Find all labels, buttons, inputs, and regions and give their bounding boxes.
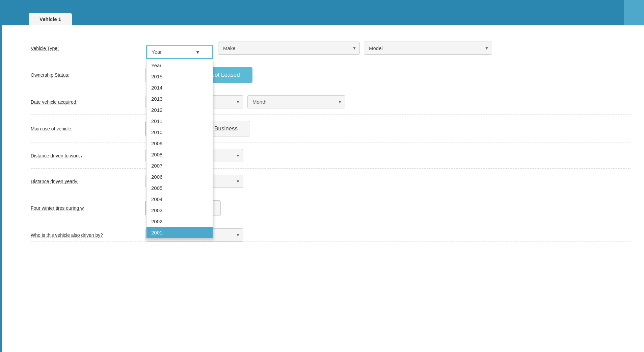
business-label: Business <box>214 125 238 132</box>
winter-tires-row: Four winter tires during w ✓ Yes No <box>31 194 630 222</box>
year-option-2011[interactable]: 2011 <box>146 116 213 127</box>
distance-yearly-controls: Select ▼ <box>145 175 630 188</box>
year-dropdown-container: Year ▼ Year 2015 2014 2013 2012 2011 201… <box>146 45 213 59</box>
month-acquired-wrapper: Month ▼ <box>247 95 345 108</box>
tab-bar: Vehicle 1 <box>0 0 644 25</box>
main-content: Vehicle Type: Year ▼ Year 2015 2014 2013… <box>0 25 644 352</box>
distance-work-label: Distance driven to work / <box>31 153 145 158</box>
date-acquired-row: Date vehicle acquired: Year ▼ Month ▼ <box>31 89 630 115</box>
year-trigger-arrow: ▼ <box>195 49 200 55</box>
vehicle-type-label: Vehicle Type: <box>31 46 145 51</box>
year-option-2001[interactable]: 2001 <box>146 227 213 238</box>
vehicle-type-row: Vehicle Type: Year ▼ Year 2015 2014 2013… <box>31 35 630 61</box>
who-drives-controls: Select ▼ <box>145 228 630 242</box>
year-option-2010[interactable]: 2010 <box>146 127 213 138</box>
model-select-wrapper: Model ▼ <box>364 42 492 55</box>
who-drives-row: Who is this vehicle also driven by? Sele… <box>31 222 630 242</box>
who-drives-label: Who is this vehicle also driven by? <box>31 232 145 238</box>
make-select-wrapper: Make ▼ <box>218 42 360 55</box>
year-option-2013[interactable]: 2013 <box>146 93 213 104</box>
distance-work-controls: Select ▼ <box>145 149 630 162</box>
date-acquired-label: Date vehicle acquired: <box>31 99 145 105</box>
year-option-2004[interactable]: 2004 <box>146 194 213 205</box>
year-option-2003[interactable]: 2003 <box>146 205 213 216</box>
make-select[interactable]: Make <box>218 42 360 55</box>
year-option-2008[interactable]: 2008 <box>146 149 213 160</box>
model-select[interactable]: Model <box>364 42 492 55</box>
tab-accent <box>624 0 644 25</box>
year-option-2014[interactable]: 2014 <box>146 82 213 93</box>
year-option-2005[interactable]: 2005 <box>146 182 213 194</box>
main-use-controls: ✓ Pleasure Business <box>145 121 630 136</box>
year-trigger[interactable]: Year ▼ <box>146 45 213 59</box>
ownership-status-row: Ownership Status: Leased ✓ Not Leased <box>31 61 630 89</box>
date-acquired-controls: Year ▼ Month ▼ <box>145 95 630 108</box>
year-option-2006[interactable]: 2006 <box>146 171 213 182</box>
distance-yearly-row: Distance driven yearly: Select ▼ <box>31 169 630 194</box>
winter-tires-controls: ✓ Yes No <box>145 200 630 216</box>
vehicle-1-tab[interactable]: Vehicle 1 <box>29 13 72 25</box>
main-use-row: Main use of vehicle: ✓ Pleasure Business <box>31 115 630 143</box>
year-trigger-label: Year <box>152 49 162 55</box>
year-option-2007[interactable]: 2007 <box>146 160 213 171</box>
year-option-2012[interactable]: 2012 <box>146 104 213 116</box>
month-acquired-select[interactable]: Month <box>247 95 345 108</box>
ownership-status-label: Ownership Status: <box>31 72 145 78</box>
year-dropdown-list: Year 2015 2014 2013 2012 2011 2010 2009 … <box>146 60 213 238</box>
distance-work-row: Distance driven to work / Select ▼ <box>31 143 630 169</box>
distance-yearly-label: Distance driven yearly: <box>31 179 145 184</box>
year-option-2002[interactable]: 2002 <box>146 216 213 227</box>
main-use-label: Main use of vehicle: <box>31 126 145 131</box>
year-option-year[interactable]: Year <box>146 60 213 71</box>
year-option-2015[interactable]: 2015 <box>146 71 213 82</box>
winter-tires-label: Four winter tires during w <box>31 205 145 211</box>
year-option-2009[interactable]: 2009 <box>146 138 213 149</box>
ownership-controls: Leased ✓ Not Leased <box>145 67 630 83</box>
not-leased-label: Not Leased <box>211 72 240 78</box>
app-container: Vehicle 1 Vehicle Type: Year ▼ Year 2015… <box>0 0 644 352</box>
